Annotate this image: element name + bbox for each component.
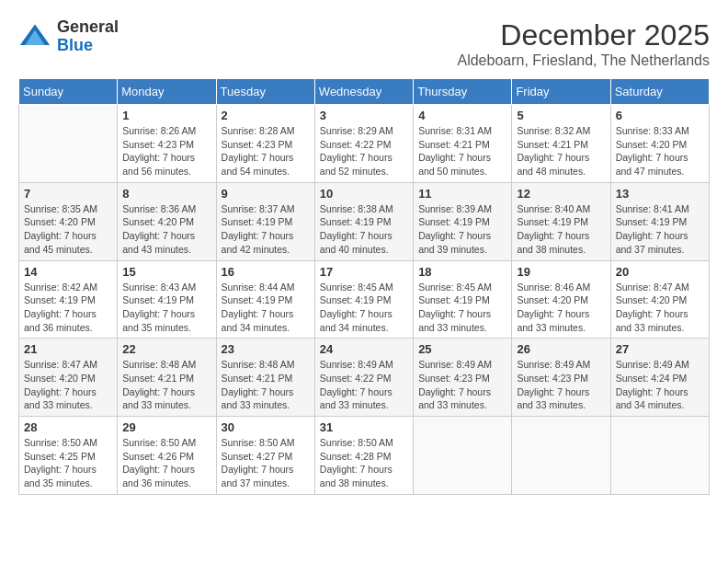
- day-number: 1: [122, 109, 210, 122]
- calendar-cell: 30Sunrise: 8:50 AM Sunset: 4:27 PM Dayli…: [216, 417, 314, 495]
- day-of-week-header: Monday: [118, 79, 216, 105]
- day-number: 19: [517, 265, 605, 279]
- calendar-cell: 10Sunrise: 8:38 AM Sunset: 4:19 PM Dayli…: [314, 182, 413, 260]
- calendar-cell: 12Sunrise: 8:40 AM Sunset: 4:19 PM Dayli…: [512, 182, 610, 260]
- day-info: Sunrise: 8:38 AM Sunset: 4:19 PM Dayligh…: [320, 202, 408, 257]
- day-of-week-header: Sunday: [19, 79, 118, 105]
- day-number: 21: [24, 342, 112, 356]
- logo-text-general: General: [57, 17, 119, 36]
- calendar-cell: 8Sunrise: 8:36 AM Sunset: 4:20 PM Daylig…: [118, 182, 216, 260]
- calendar-cell: 3Sunrise: 8:29 AM Sunset: 4:22 PM Daylig…: [314, 105, 413, 183]
- day-info: Sunrise: 8:39 AM Sunset: 4:19 PM Dayligh…: [418, 202, 506, 257]
- day-info: Sunrise: 8:45 AM Sunset: 4:19 PM Dayligh…: [418, 281, 506, 335]
- day-number: 15: [122, 265, 210, 279]
- day-number: 20: [616, 265, 704, 279]
- day-number: 30: [222, 420, 310, 434]
- day-number: 11: [418, 187, 506, 201]
- calendar-cell: 23Sunrise: 8:48 AM Sunset: 4:21 PM Dayli…: [216, 339, 314, 417]
- day-of-week-header: Tuesday: [216, 79, 314, 105]
- day-of-week-header: Wednesday: [314, 79, 413, 105]
- calendar-cell: 18Sunrise: 8:45 AM Sunset: 4:19 PM Dayli…: [414, 260, 512, 339]
- day-number: 22: [122, 342, 210, 356]
- day-info: Sunrise: 8:46 AM Sunset: 4:20 PM Dayligh…: [517, 281, 605, 335]
- day-number: 25: [418, 342, 506, 356]
- day-number: 10: [320, 187, 408, 201]
- day-number: 4: [418, 109, 506, 122]
- day-number: 13: [616, 187, 704, 201]
- calendar-cell: 16Sunrise: 8:44 AM Sunset: 4:19 PM Dayli…: [216, 260, 314, 339]
- day-number: 8: [122, 187, 210, 201]
- day-number: 5: [517, 109, 605, 122]
- calendar-cell: 9Sunrise: 8:37 AM Sunset: 4:19 PM Daylig…: [216, 182, 314, 260]
- calendar-header-row: SundayMondayTuesdayWednesdayThursdayFrid…: [19, 79, 710, 105]
- day-number: 17: [320, 265, 408, 279]
- day-number: 14: [24, 265, 112, 279]
- day-info: Sunrise: 8:28 AM Sunset: 4:23 PM Dayligh…: [222, 124, 310, 178]
- calendar-cell: 2Sunrise: 8:28 AM Sunset: 4:23 PM Daylig…: [216, 105, 314, 183]
- calendar-cell: 13Sunrise: 8:41 AM Sunset: 4:19 PM Dayli…: [610, 182, 709, 260]
- title-block: December 2025 Aldeboarn, Friesland, The …: [457, 18, 710, 69]
- day-info: Sunrise: 8:32 AM Sunset: 4:21 PM Dayligh…: [517, 124, 605, 178]
- day-number: 6: [616, 109, 704, 122]
- calendar-cell: 17Sunrise: 8:45 AM Sunset: 4:19 PM Dayli…: [314, 260, 413, 339]
- day-info: Sunrise: 8:37 AM Sunset: 4:19 PM Dayligh…: [222, 202, 310, 257]
- day-info: Sunrise: 8:49 AM Sunset: 4:23 PM Dayligh…: [418, 358, 506, 412]
- day-info: Sunrise: 8:50 AM Sunset: 4:28 PM Dayligh…: [320, 436, 408, 490]
- calendar-cell: [610, 417, 709, 495]
- calendar-cell: 24Sunrise: 8:49 AM Sunset: 4:22 PM Dayli…: [314, 339, 413, 417]
- day-info: Sunrise: 8:48 AM Sunset: 4:21 PM Dayligh…: [222, 358, 310, 412]
- day-number: 18: [418, 265, 506, 279]
- day-of-week-header: Saturday: [610, 79, 709, 105]
- calendar-cell: [512, 417, 610, 495]
- calendar-cell: 20Sunrise: 8:47 AM Sunset: 4:20 PM Dayli…: [610, 260, 709, 339]
- logo: General Blue: [18, 18, 119, 55]
- day-info: Sunrise: 8:50 AM Sunset: 4:26 PM Dayligh…: [122, 436, 210, 490]
- calendar-cell: 5Sunrise: 8:32 AM Sunset: 4:21 PM Daylig…: [512, 105, 610, 183]
- day-info: Sunrise: 8:48 AM Sunset: 4:21 PM Dayligh…: [122, 358, 210, 412]
- calendar-cell: 19Sunrise: 8:46 AM Sunset: 4:20 PM Dayli…: [512, 260, 610, 339]
- day-info: Sunrise: 8:50 AM Sunset: 4:25 PM Dayligh…: [24, 436, 112, 490]
- day-info: Sunrise: 8:35 AM Sunset: 4:20 PM Dayligh…: [24, 202, 112, 257]
- day-info: Sunrise: 8:26 AM Sunset: 4:23 PM Dayligh…: [122, 124, 210, 178]
- day-number: 2: [222, 109, 310, 122]
- day-number: 16: [222, 265, 310, 279]
- day-info: Sunrise: 8:47 AM Sunset: 4:20 PM Dayligh…: [616, 281, 704, 335]
- calendar-cell: 29Sunrise: 8:50 AM Sunset: 4:26 PM Dayli…: [118, 417, 216, 495]
- calendar-cell: 15Sunrise: 8:43 AM Sunset: 4:19 PM Dayli…: [118, 260, 216, 339]
- calendar-week-row: 21Sunrise: 8:47 AM Sunset: 4:20 PM Dayli…: [19, 339, 710, 417]
- calendar-week-row: 14Sunrise: 8:42 AM Sunset: 4:19 PM Dayli…: [19, 260, 710, 339]
- calendar-cell: 28Sunrise: 8:50 AM Sunset: 4:25 PM Dayli…: [19, 417, 118, 495]
- day-number: 23: [222, 342, 310, 356]
- day-info: Sunrise: 8:49 AM Sunset: 4:24 PM Dayligh…: [616, 358, 704, 412]
- day-info: Sunrise: 8:36 AM Sunset: 4:20 PM Dayligh…: [122, 202, 210, 257]
- calendar-title: December 2025: [457, 18, 710, 52]
- calendar-cell: 26Sunrise: 8:49 AM Sunset: 4:23 PM Dayli…: [512, 339, 610, 417]
- day-info: Sunrise: 8:49 AM Sunset: 4:23 PM Dayligh…: [517, 358, 605, 412]
- day-info: Sunrise: 8:44 AM Sunset: 4:19 PM Dayligh…: [222, 281, 310, 335]
- calendar-week-row: 28Sunrise: 8:50 AM Sunset: 4:25 PM Dayli…: [19, 417, 710, 495]
- day-info: Sunrise: 8:49 AM Sunset: 4:22 PM Dayligh…: [320, 358, 408, 412]
- calendar-cell: 11Sunrise: 8:39 AM Sunset: 4:19 PM Dayli…: [414, 182, 512, 260]
- day-number: 24: [320, 342, 408, 356]
- calendar-week-row: 1Sunrise: 8:26 AM Sunset: 4:23 PM Daylig…: [19, 105, 710, 183]
- calendar-cell: 22Sunrise: 8:48 AM Sunset: 4:21 PM Dayli…: [118, 339, 216, 417]
- calendar-cell: 7Sunrise: 8:35 AM Sunset: 4:20 PM Daylig…: [19, 182, 118, 260]
- calendar-cell: 14Sunrise: 8:42 AM Sunset: 4:19 PM Dayli…: [19, 260, 118, 339]
- calendar-cell: 21Sunrise: 8:47 AM Sunset: 4:20 PM Dayli…: [19, 339, 118, 417]
- day-info: Sunrise: 8:31 AM Sunset: 4:21 PM Dayligh…: [418, 124, 506, 178]
- day-info: Sunrise: 8:33 AM Sunset: 4:20 PM Dayligh…: [616, 124, 704, 178]
- day-of-week-header: Thursday: [414, 79, 512, 105]
- day-number: 7: [24, 187, 112, 201]
- page-header: General Blue December 2025 Aldeboarn, Fr…: [18, 18, 710, 69]
- day-number: 29: [122, 420, 210, 434]
- day-info: Sunrise: 8:50 AM Sunset: 4:27 PM Dayligh…: [222, 436, 310, 490]
- calendar-cell: [19, 105, 118, 183]
- logo-icon: [18, 20, 51, 53]
- calendar-cell: [414, 417, 512, 495]
- day-info: Sunrise: 8:41 AM Sunset: 4:19 PM Dayligh…: [616, 202, 704, 257]
- calendar-cell: 1Sunrise: 8:26 AM Sunset: 4:23 PM Daylig…: [118, 105, 216, 183]
- calendar-week-row: 7Sunrise: 8:35 AM Sunset: 4:20 PM Daylig…: [19, 182, 710, 260]
- calendar-subtitle: Aldeboarn, Friesland, The Netherlands: [457, 52, 710, 69]
- day-number: 27: [616, 342, 704, 356]
- day-info: Sunrise: 8:45 AM Sunset: 4:19 PM Dayligh…: [320, 281, 408, 335]
